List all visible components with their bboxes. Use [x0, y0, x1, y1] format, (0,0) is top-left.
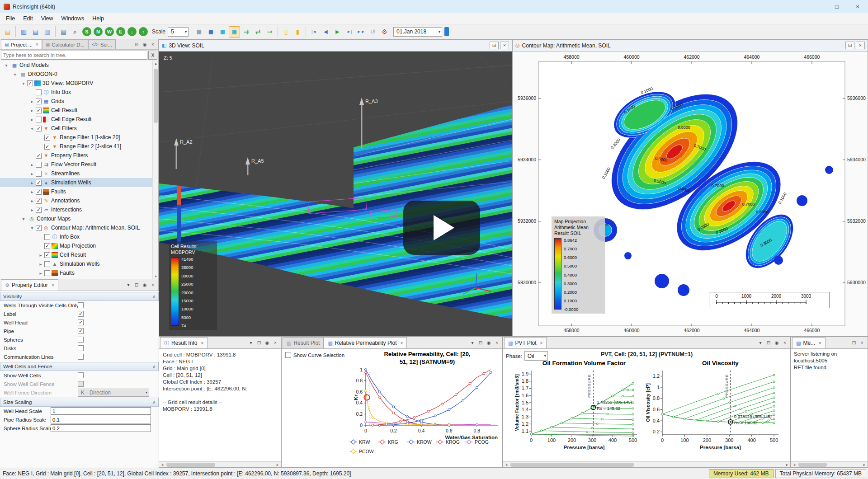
close-tab-icon[interactable]: × [36, 42, 38, 47]
menu-windows[interactable]: Windows [57, 13, 89, 24]
video-play-overlay[interactable] [403, 201, 480, 255]
tile-windows-icon[interactable]: ▦ [58, 26, 69, 38]
tree-checkbox[interactable] [44, 270, 50, 276]
tree-checkbox[interactable]: ✓ [36, 153, 42, 159]
zoom-all-icon[interactable]: ⌕ [70, 26, 81, 38]
measurement-tool-icon[interactable]: ▮ [292, 26, 303, 38]
property-editor-float-icon[interactable]: ⊡ [133, 282, 140, 289]
tree-checkbox[interactable] [44, 261, 50, 267]
close-tab-icon[interactable]: × [201, 341, 203, 346]
checkbox-label[interactable]: ✓ [78, 311, 84, 317]
tree-checkbox[interactable]: ✓ [44, 144, 50, 150]
tree-item-simulation-wells[interactable]: ▸▲Simulation Wells [0, 259, 153, 268]
tree-item-annotations[interactable]: ▸✓✎Annotations [0, 196, 153, 205]
tree-item-property-filters[interactable]: ✓▼Property Filters [0, 151, 153, 160]
expander-icon[interactable]: ▾ [28, 126, 36, 131]
scrollbar-thumb[interactable] [510, 463, 634, 467]
result-info-close-icon[interactable]: × [272, 339, 279, 347]
close-tab-icon[interactable]: × [401, 341, 403, 346]
skip-to-start-icon[interactable]: |◄ [308, 26, 320, 38]
tree-item-cell-edge-result[interactable]: ▸Cell Edge Result [0, 115, 153, 124]
tree-item-faults[interactable]: ▸Faults [0, 268, 153, 277]
checkbox-show-well-cells[interactable] [78, 372, 84, 378]
expander-icon[interactable]: ▸ [28, 189, 36, 194]
tree-scrollbar[interactable]: ▲ ▼ [152, 61, 158, 279]
tree-checkbox[interactable]: ✓ [27, 80, 33, 86]
close-tab-icon[interactable]: × [52, 283, 54, 288]
horizontal-scrollbar[interactable]: ◄ ► [159, 461, 281, 467]
pvt-close-icon[interactable]: × [781, 339, 788, 347]
annotation-tool-icon[interactable]: ▯ [280, 26, 292, 38]
pvt-pin-icon[interactable]: ◉ [773, 339, 780, 347]
tree-checkbox[interactable]: ✓ [36, 189, 42, 195]
expander-icon[interactable]: ▸ [37, 253, 44, 258]
step-forward-icon[interactable]: ►| [344, 26, 355, 38]
tree-checkbox[interactable] [36, 117, 42, 122]
tree-item-faults[interactable]: ▸✓Faults [0, 187, 153, 196]
relperm-chart-area[interactable]: Relative Permeability, Cell: [20,51, 12]… [282, 349, 502, 467]
close-tab-icon[interactable]: × [819, 341, 821, 346]
tree-item-cell-result[interactable]: ▸✓Cell Result [0, 106, 153, 115]
expander-icon[interactable]: ▾ [3, 63, 10, 68]
scroll-right-icon[interactable]: ► [784, 463, 790, 466]
close-panel-icon[interactable]: × [500, 42, 509, 49]
tree-checkbox[interactable]: ✓ [36, 207, 42, 213]
scrollbar-thumb[interactable] [154, 69, 158, 123]
expander-icon[interactable]: ▾ [20, 81, 27, 86]
tab-pvt-plot[interactable]: ▥ PVT Plot × [504, 337, 547, 348]
menu-view[interactable]: View [37, 13, 57, 24]
tree-item-map-projection[interactable]: ✓Map Projection [0, 241, 153, 250]
legend-item-krw[interactable]: KRW [349, 439, 370, 445]
input-pipe-radius-scale[interactable] [51, 416, 151, 423]
timestep-select[interactable]: 01.Jan 2018▾ [393, 27, 442, 37]
view-from-west-icon[interactable]: W [105, 27, 114, 36]
result-info-pin-icon[interactable]: ◉ [264, 339, 271, 347]
summary-plot-icon[interactable]: ▥ [18, 26, 29, 38]
tree-checkbox[interactable]: ✓ [36, 225, 42, 231]
section-header-visibility[interactable]: Visibility∧ [0, 292, 159, 301]
section-header-size-scaling[interactable]: Size Scaling∧ [0, 398, 159, 407]
tree-checkbox[interactable] [36, 89, 42, 95]
repeat-animation-icon[interactable]: ↺ [367, 26, 378, 38]
checkbox-well-head[interactable]: ✓ [78, 319, 84, 325]
view-from-above-icon[interactable]: ↓ [127, 27, 137, 36]
dropdown-well-fence-direction[interactable]: K - Direction▾ [78, 389, 149, 397]
relperm-menu-icon[interactable]: ▾ [469, 339, 476, 347]
tree-item-drogon-0[interactable]: ▾▦DROGON-0 [0, 70, 153, 79]
tree-checkbox[interactable]: ✓ [36, 198, 42, 204]
messages-float-icon[interactable]: ⊡ [850, 339, 858, 347]
checkbox-disks[interactable] [78, 345, 84, 351]
input-sphere-radius-scale[interactable] [51, 424, 151, 432]
checkbox-spheres[interactable] [78, 337, 84, 343]
tree-checkbox[interactable] [44, 234, 50, 240]
contour-map-viewport[interactable]: 4580004580004600004600004620004620004640… [513, 52, 868, 336]
tree-checkbox[interactable]: ✓ [44, 252, 50, 258]
property-editor-close-icon[interactable]: × [149, 282, 156, 289]
step-back-icon[interactable]: ◄ [320, 26, 331, 38]
project-panel-close-icon[interactable]: × [149, 41, 156, 48]
checkbox-pipe[interactable]: ✓ [78, 328, 84, 334]
legend-item-pcow[interactable]: PCOW [349, 449, 374, 454]
tree-item-3d-view-mobporv[interactable]: ▾✓3D View: MOBPORV [0, 79, 153, 88]
scroll-left-icon[interactable]: ◄ [791, 463, 797, 466]
expander-icon[interactable]: ▸ [28, 99, 36, 104]
checkbox-show-well-cell-fence[interactable] [78, 381, 84, 387]
phase-select[interactable]: Oil ▾ [524, 351, 548, 361]
tree-item-info-box[interactable]: ⓘInfo Box [0, 88, 153, 97]
tree-checkbox[interactable]: ✓ [44, 135, 50, 141]
scroll-left-icon[interactable]: ◄ [159, 463, 165, 466]
tab-relative-permeability-plot[interactable]: ▥ Relative Permeability Plot × [324, 337, 407, 348]
expander-icon[interactable]: ▸ [37, 262, 44, 267]
new-plot-window-icon[interactable]: ▥ [42, 26, 53, 38]
pvt-float-icon[interactable]: ⊡ [765, 339, 772, 347]
tab-scr[interactable]: </>Scr... [88, 39, 116, 49]
menu-help[interactable]: Help [88, 13, 108, 24]
expander-icon[interactable]: ▾ [20, 216, 27, 221]
view-from-north-icon[interactable]: N [94, 27, 103, 36]
expander-icon[interactable]: ▾ [28, 225, 36, 230]
scroll-left-icon[interactable]: ◄ [503, 463, 509, 466]
result-info-float-icon[interactable]: ⊡ [255, 339, 263, 347]
show-grid-cells-icon[interactable]: ◼ [205, 26, 217, 38]
tree-item-grid-models[interactable]: ▾▦Grid Models [0, 61, 153, 70]
draw-style-lines-icon[interactable]: ⇉ [241, 26, 252, 38]
